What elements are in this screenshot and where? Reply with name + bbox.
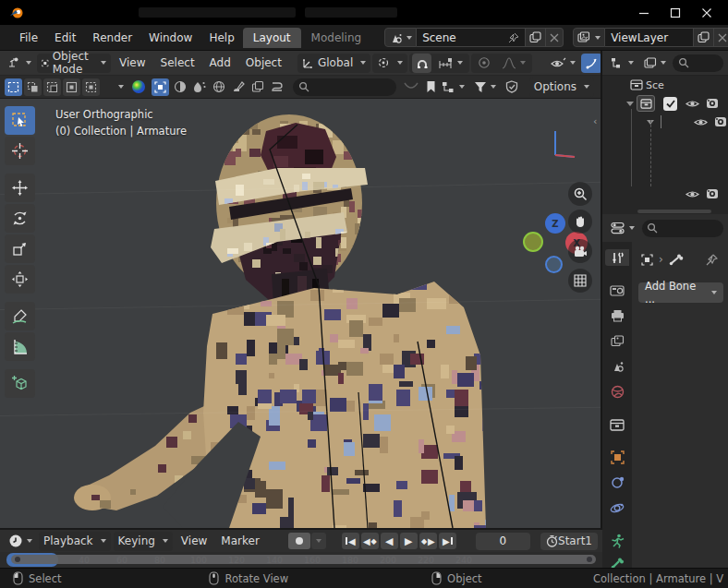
breadcrumb-bone-icon[interactable] (669, 253, 684, 266)
playback-menu[interactable]: Playback (39, 532, 111, 551)
properties-search[interactable] (642, 220, 723, 237)
proportional-editing-toggle[interactable] (474, 54, 494, 73)
play-reverse-button[interactable]: ◀ (381, 533, 398, 549)
properties-editor-type-button[interactable] (607, 219, 638, 238)
outliner-child-row[interactable] (686, 185, 719, 203)
menu-window[interactable]: Window (140, 28, 200, 48)
edit-mode-filter-dropdown[interactable] (438, 78, 468, 97)
add-bone-dropdown[interactable]: Add Bone ... (638, 282, 723, 303)
menu-render[interactable]: Render (84, 28, 140, 48)
object-menu[interactable]: Object (239, 54, 288, 72)
tool-transform[interactable] (5, 265, 35, 294)
properties-tab-bone[interactable] (605, 558, 629, 568)
sidebar-toggle-arrow[interactable]: ‹ (593, 115, 597, 127)
properties-tab-world[interactable] (605, 383, 629, 400)
menu-help[interactable]: Help (200, 28, 242, 48)
select-menu[interactable]: Select (154, 54, 201, 72)
object-type-mesh-button[interactable] (152, 78, 169, 96)
render-camera-icon[interactable] (714, 116, 727, 127)
shield-icon[interactable] (505, 80, 518, 93)
collection-checkbox[interactable] (663, 97, 677, 111)
tool-cursor[interactable] (5, 137, 35, 165)
outliner-collection-row[interactable] (602, 94, 728, 113)
auto-keying-record-button[interactable] (288, 533, 310, 549)
minimize-button[interactable] (628, 0, 660, 25)
auto-keying-dropdown[interactable] (311, 533, 326, 549)
timeline-scrollbar[interactable] (11, 555, 596, 564)
workspace-tab-layout[interactable]: Layout (243, 28, 301, 48)
properties-tab-render[interactable] (605, 282, 629, 298)
properties-tab-armature-data[interactable] (605, 533, 629, 549)
properties-tab-constraints[interactable] (605, 474, 629, 491)
timeline-view-menu[interactable]: View (176, 532, 212, 550)
viewlayer-browse-button[interactable] (573, 28, 605, 47)
render-camera-icon[interactable] (706, 188, 719, 199)
mode-dropdown[interactable]: Object Mode (37, 54, 111, 73)
gizmos-toggle[interactable] (581, 54, 602, 73)
properties-tab-physics[interactable] (605, 499, 629, 516)
expand-triangle-icon[interactable] (626, 102, 634, 106)
proportional-falloff-dropdown[interactable] (498, 54, 529, 73)
object-type-curve-button[interactable] (268, 78, 285, 96)
properties-tab-output[interactable] (605, 307, 629, 324)
select-mode-subtract-button[interactable] (43, 78, 61, 96)
scene-name-field[interactable]: Scene (417, 28, 526, 47)
pivot-point-dropdown[interactable] (372, 54, 407, 73)
pin-icon[interactable] (508, 32, 519, 43)
frame-start-field[interactable]: Start 1 (540, 533, 598, 550)
snap-toggle-button[interactable] (412, 54, 431, 73)
properties-tab-scene[interactable] (605, 358, 629, 375)
menu-file[interactable]: File (11, 28, 46, 48)
zoom-button[interactable] (568, 182, 592, 206)
workspace-tab-modeling[interactable]: Modeling (301, 28, 372, 48)
hide-eye-icon[interactable] (686, 99, 699, 109)
tool-add-cube[interactable] (5, 369, 35, 398)
scene-unlink-button[interactable] (546, 28, 564, 47)
hide-eye-icon[interactable] (694, 117, 708, 127)
options-dropdown[interactable]: Options (529, 78, 594, 97)
pin-icon[interactable] (706, 254, 718, 266)
axis-z-ball[interactable]: Z (545, 213, 565, 234)
filter-funnel-dropdown[interactable] (470, 78, 500, 97)
viewlayer-name-field[interactable]: ViewLayer (605, 28, 694, 47)
jump-to-start-button[interactable]: ◀ (342, 533, 359, 549)
timeline-ruler[interactable]: 20 40 60 80 100 120 140 160 180 200 220 … (0, 552, 602, 568)
editor-type-button[interactable] (4, 54, 35, 73)
tool-move[interactable] (5, 174, 35, 202)
select-mode-extend-button[interactable] (24, 78, 42, 96)
material-preview-sphere-icon[interactable] (131, 79, 146, 94)
axis-y-neg-ball[interactable] (523, 232, 543, 252)
tool-select-box[interactable] (5, 106, 35, 135)
orthographic-grid-button[interactable] (568, 269, 592, 293)
timeline-marker-menu[interactable]: Marker (215, 532, 264, 550)
object-type-globe-button[interactable] (210, 78, 227, 96)
add-menu[interactable]: Add (203, 54, 237, 72)
camera-view-button[interactable] (568, 239, 592, 263)
timeline-editor-type-button[interactable] (5, 532, 36, 551)
properties-tab-view-layer[interactable] (605, 332, 629, 349)
skeleton-model[interactable] (0, 99, 602, 528)
viewlayer-new-button[interactable] (694, 28, 714, 47)
properties-tab-collection[interactable] (605, 416, 629, 433)
tool-measure[interactable] (5, 332, 35, 361)
render-camera-icon[interactable] (706, 98, 719, 109)
viewport-3d[interactable]: User Orthographic (0) Collection | Armat… (0, 99, 602, 528)
keying-menu[interactable]: Keying (114, 532, 173, 551)
select-mode-intersect-button[interactable] (82, 78, 100, 96)
bookmark-icon[interactable] (426, 80, 436, 93)
toolbar-search-field[interactable] (293, 78, 396, 96)
hide-eye-icon[interactable] (686, 189, 699, 199)
view-menu[interactable]: View (113, 54, 152, 72)
maximize-button[interactable] (660, 0, 691, 25)
outliner-armature-row[interactable] (602, 113, 728, 131)
outliner-search[interactable] (673, 54, 723, 72)
tool-header-collapse-chevron[interactable] (118, 85, 124, 89)
transform-orientation-dropdown[interactable]: Global (297, 54, 370, 73)
next-keyframe-button[interactable]: ◆▶ (419, 533, 437, 549)
object-type-sphere-button[interactable] (171, 78, 188, 96)
pan-hand-button[interactable] (568, 210, 592, 234)
outliner-scrollbar[interactable] (637, 210, 711, 213)
tool-annotate[interactable] (5, 302, 35, 330)
snap-settings-dropdown[interactable] (435, 54, 467, 73)
object-type-fluid-button[interactable] (190, 78, 208, 96)
